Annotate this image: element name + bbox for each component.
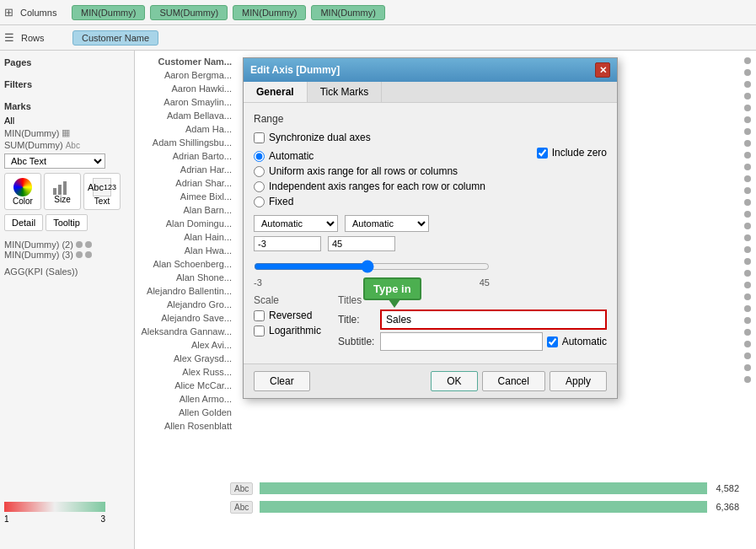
fixed-dropdown-1[interactable]: Automatic (254, 215, 338, 232)
sync-dual-axes-label: Synchronize dual axes (269, 132, 371, 143)
type-in-callout: Type in (363, 277, 421, 300)
range-max-input[interactable] (328, 236, 395, 251)
dialog-titlebar: Edit Axis [Dummy] ✕ (244, 58, 617, 82)
dialog-title: Edit Axis [Dummy] (250, 64, 340, 76)
dialog-overlay: Edit Axis [Dummy] ✕ General Tick Marks R… (0, 0, 756, 549)
uniform-label: Uniform axis range for all rows or colum… (269, 165, 458, 177)
range-inputs-row (254, 236, 607, 251)
logarithmic-label: Logarithmic (269, 325, 321, 336)
title-input-container: Type in Title: (338, 309, 607, 330)
uniform-radio-row: Uniform axis range for all rows or colum… (254, 165, 485, 177)
independent-label: Independent axis ranges for each row or … (269, 180, 485, 192)
scale-title: Scale (254, 294, 321, 306)
sync-dual-axes-row: Synchronize dual axes (254, 132, 607, 143)
include-zero-label: Include zero (552, 147, 607, 159)
scale-titles-row: Scale Reversed Logarithmic Titles (254, 294, 607, 353)
scale-col: Scale Reversed Logarithmic (254, 294, 321, 353)
logarithmic-checkbox[interactable] (254, 326, 265, 336)
range-min-input[interactable] (254, 236, 321, 251)
tab-tick-marks[interactable]: Tick Marks (308, 82, 383, 102)
sync-dual-axes-checkbox[interactable] (254, 132, 265, 143)
automatic-radio[interactable] (254, 151, 265, 162)
radio-column: Automatic Uniform axis range for all row… (254, 147, 485, 211)
subtitle-auto-checkbox[interactable] (547, 336, 558, 347)
edit-axis-dialog: Edit Axis [Dummy] ✕ General Tick Marks R… (243, 57, 618, 399)
title-input[interactable] (380, 309, 607, 330)
dialog-buttons: Clear OK Cancel Apply (244, 363, 617, 398)
fixed-radio[interactable] (254, 196, 265, 207)
slider-container: -3 45 (254, 256, 607, 288)
fixed-dropdown-2[interactable]: Automatic (345, 215, 429, 232)
ok-cancel-apply-group: OK Cancel Apply (431, 371, 607, 391)
subtitle-auto-label: Automatic (562, 336, 607, 347)
automatic-radio-row: Automatic (254, 150, 485, 162)
include-zero-row: Include zero (537, 147, 607, 159)
dialog-close-button[interactable]: ✕ (595, 62, 610, 78)
callout-arrow (389, 299, 400, 308)
clear-button[interactable]: Clear (254, 371, 310, 391)
range-slider[interactable] (254, 260, 490, 273)
fixed-dropdowns-row: Automatic Automatic (254, 215, 607, 232)
reversed-checkbox[interactable] (254, 310, 265, 321)
dialog-body: Range Synchronize dual axes Automatic Un… (244, 103, 617, 363)
automatic-label: Automatic (269, 150, 314, 162)
cancel-button[interactable]: Cancel (482, 371, 545, 391)
radio-include-row: Automatic Uniform axis range for all row… (254, 147, 607, 211)
slider-max-label: 45 (480, 277, 490, 288)
reversed-label: Reversed (269, 309, 312, 321)
independent-radio[interactable] (254, 181, 265, 192)
uniform-radio[interactable] (254, 166, 265, 177)
titles-col: Titles Type in Title: Subtitle: (338, 294, 607, 353)
subtitle-input[interactable] (380, 332, 543, 351)
apply-button[interactable]: Apply (550, 371, 607, 391)
subtitle-label: Subtitle: (338, 336, 376, 347)
range-title: Range (254, 113, 607, 125)
include-zero-checkbox[interactable] (537, 148, 548, 159)
logarithmic-row: Logarithmic (254, 325, 321, 336)
title-input-row: Title: (338, 309, 607, 330)
reversed-row: Reversed (254, 309, 321, 321)
range-section: Range Synchronize dual axes Automatic Un… (254, 113, 607, 288)
title-label: Title: (338, 314, 376, 326)
tab-general[interactable]: General (244, 82, 308, 102)
independent-radio-row: Independent axis ranges for each row or … (254, 180, 485, 192)
ok-button[interactable]: OK (431, 371, 477, 391)
fixed-radio-row: Fixed (254, 196, 485, 207)
slider-min-label: -3 (254, 277, 262, 288)
subtitle-input-row: Subtitle: Automatic (338, 332, 607, 351)
fixed-label: Fixed (269, 196, 293, 207)
dialog-tabs: General Tick Marks (244, 82, 617, 103)
